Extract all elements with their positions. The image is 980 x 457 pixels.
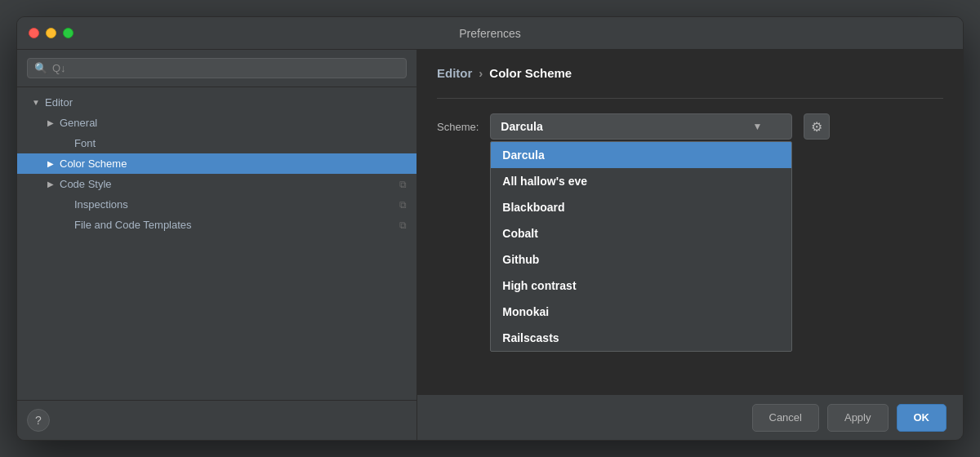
sidebar-item-label: Color Scheme: [60, 158, 407, 170]
dropdown-item-github[interactable]: Github: [491, 246, 791, 273]
sidebar-item-label: File and Code Templates: [74, 219, 396, 231]
breadcrumb: Editor › Color Scheme: [437, 66, 943, 80]
sidebar-item-inspections[interactable]: ▶ Inspections ⧉: [17, 194, 416, 215]
chevron-down-icon: ▼: [752, 121, 762, 132]
dropdown-item-all-hallows-eve[interactable]: All hallow's eve: [491, 168, 791, 194]
arrow-icon: ▶: [45, 118, 56, 129]
apply-button[interactable]: Apply: [827, 404, 889, 432]
main-content: 🔍 ▼ Editor ▶ General: [17, 50, 963, 440]
dropdown-item-cobalt[interactable]: Cobalt: [491, 220, 791, 246]
sidebar: 🔍 ▼ Editor ▶ General: [17, 50, 417, 440]
sidebar-item-label: Code Style: [60, 178, 396, 190]
traffic-lights: [29, 28, 74, 38]
copy-icon: ⧉: [399, 179, 407, 190]
sidebar-item-code-style[interactable]: ▶ Code Style ⧉: [17, 174, 416, 194]
ok-button[interactable]: OK: [897, 404, 947, 432]
bottom-bar: Cancel Apply OK: [417, 394, 963, 440]
breadcrumb-parent: Editor: [437, 66, 472, 80]
close-button[interactable]: [29, 28, 39, 38]
scheme-dropdown-container: Darcula ▼ Darcula All hallow's eve Black…: [490, 113, 792, 140]
breadcrumb-separator: ›: [479, 66, 483, 80]
gear-button[interactable]: ⚙: [804, 113, 830, 140]
search-input[interactable]: [52, 62, 399, 74]
help-icon: ?: [35, 414, 42, 427]
right-panel: Editor › Color Scheme Scheme: Darcula ▼: [417, 50, 963, 440]
maximize-button[interactable]: [63, 28, 74, 38]
arrow-icon: ▶: [45, 179, 56, 190]
sidebar-item-label: Font: [74, 137, 407, 149]
dropdown-item-blackboard[interactable]: Blackboard: [491, 194, 791, 220]
search-icon: 🔍: [34, 62, 47, 74]
breadcrumb-current: Color Scheme: [489, 66, 572, 80]
title-bar: Preferences: [17, 17, 963, 50]
sidebar-item-label: General: [60, 117, 407, 129]
sidebar-item-editor[interactable]: ▼ Editor: [17, 92, 416, 113]
dropdown-item-railscasts[interactable]: Railscasts: [491, 325, 791, 351]
dropdown-item-monokai[interactable]: Monokai: [491, 299, 791, 325]
copy-icon: ⧉: [399, 199, 407, 211]
sidebar-item-font[interactable]: ▶ Font: [17, 133, 416, 153]
scheme-dropdown-list: Darcula All hallow's eve Blackboard Coba…: [490, 141, 792, 352]
scheme-select-button[interactable]: Darcula ▼: [490, 113, 792, 140]
gear-icon: ⚙: [811, 119, 822, 135]
sidebar-item-color-scheme[interactable]: ▶ Color Scheme: [17, 153, 416, 174]
arrow-icon: ▶: [45, 158, 56, 170]
search-bar: 🔍: [17, 50, 416, 87]
cancel-button[interactable]: Cancel: [752, 404, 819, 432]
sidebar-item-general[interactable]: ▶ General: [17, 113, 416, 133]
minimize-button[interactable]: [46, 28, 56, 38]
divider: [437, 98, 943, 99]
preferences-window: Preferences 🔍 ▼ Editor: [16, 16, 964, 441]
sidebar-item-label: Inspections: [74, 198, 396, 211]
search-wrapper[interactable]: 🔍: [27, 58, 407, 78]
dropdown-item-darcula[interactable]: Darcula: [491, 142, 791, 168]
window-title: Preferences: [459, 27, 520, 40]
scheme-label: Scheme:: [437, 121, 479, 133]
help-button[interactable]: ?: [27, 409, 50, 432]
sidebar-item-label: Editor: [45, 96, 407, 109]
scheme-row: Scheme: Darcula ▼ Darcula All hallow's e…: [437, 113, 943, 140]
sidebar-item-file-code-templates[interactable]: ▶ File and Code Templates ⧉: [17, 215, 416, 235]
tree-container: ▼ Editor ▶ General ▶ Font: [17, 87, 416, 400]
sidebar-footer: ?: [17, 400, 416, 440]
arrow-icon: ▼: [30, 97, 42, 109]
copy-icon: ⧉: [399, 220, 407, 231]
dropdown-item-high-contrast[interactable]: High contrast: [491, 273, 791, 299]
selected-scheme-label: Darcula: [501, 120, 542, 133]
